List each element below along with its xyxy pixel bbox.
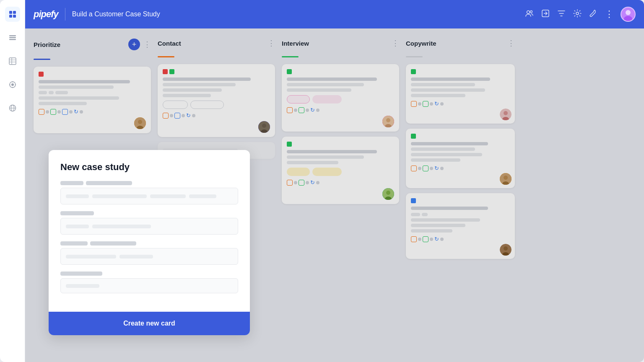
input-bar <box>150 194 186 198</box>
label-bar <box>60 211 94 215</box>
input-bar <box>92 225 151 228</box>
form-label-3 <box>60 241 238 246</box>
sidebar-item-list[interactable] <box>5 30 20 45</box>
svg-rect-1 <box>13 11 16 14</box>
form-input-2[interactable] <box>60 218 238 235</box>
import-icon[interactable] <box>541 9 550 20</box>
modal-footer[interactable]: Create new card <box>49 312 250 335</box>
sidebar-item-automation[interactable] <box>5 77 20 92</box>
modal-body: New case study <box>49 150 250 303</box>
input-bar <box>66 194 89 198</box>
input-bar <box>66 255 116 259</box>
form-label-4 <box>60 272 238 276</box>
page-title: Build a Customer Case Study <box>72 10 160 18</box>
form-field-1 <box>60 181 238 204</box>
new-card-modal: New case study <box>49 150 250 335</box>
create-card-button[interactable]: Create new card <box>123 320 175 327</box>
svg-rect-7 <box>9 58 16 65</box>
header-actions: ⋮ <box>525 7 636 22</box>
logo: pipefy Build a Customer Case Study <box>34 8 160 21</box>
form-input-1[interactable] <box>60 188 238 204</box>
form-label-2 <box>60 211 238 215</box>
pipefy-logo: pipefy <box>34 9 58 20</box>
settings-icon[interactable] <box>573 9 582 20</box>
label-bar <box>60 241 88 246</box>
form-field-4 <box>60 272 238 297</box>
wrench-icon[interactable] <box>589 9 598 20</box>
input-bar <box>119 255 153 259</box>
filter-icon[interactable] <box>557 9 566 20</box>
svg-rect-5 <box>9 37 16 39</box>
sidebar-item-table[interactable] <box>5 54 20 69</box>
svg-rect-3 <box>13 15 16 18</box>
label-bar <box>60 181 83 185</box>
input-bar <box>189 194 216 198</box>
form-label-1 <box>60 181 238 185</box>
form-field-3 <box>60 241 238 265</box>
sidebar-item-grid[interactable] <box>5 7 20 22</box>
modal-title: New case study <box>60 162 238 173</box>
users-icon[interactable] <box>525 9 534 20</box>
svg-rect-4 <box>9 35 16 36</box>
svg-point-20 <box>527 10 530 13</box>
form-input-3[interactable] <box>60 248 238 265</box>
svg-point-24 <box>576 12 579 15</box>
label-bar <box>60 272 102 276</box>
main-area: pipefy Build a Customer Case Study <box>25 0 644 362</box>
board-area: Prioritize + ⋮ <box>25 28 644 362</box>
header-user-avatar[interactable] <box>621 7 636 22</box>
svg-rect-0 <box>9 11 12 14</box>
sidebar <box>0 0 25 362</box>
svg-rect-2 <box>9 15 12 18</box>
form-input-4[interactable] <box>60 278 238 293</box>
svg-point-12 <box>11 83 14 86</box>
label-bar <box>86 181 132 185</box>
form-field-2 <box>60 211 238 235</box>
label-bar <box>90 241 136 246</box>
input-bar <box>66 225 89 228</box>
app-container: pipefy Build a Customer Case Study <box>0 0 644 362</box>
input-bar <box>66 284 99 288</box>
sidebar-item-globe[interactable] <box>5 101 20 116</box>
svg-rect-6 <box>9 39 16 40</box>
logo-text: pipefy <box>34 9 58 20</box>
header: pipefy Build a Customer Case Study <box>25 0 644 28</box>
header-more-icon[interactable]: ⋮ <box>605 9 614 20</box>
input-bar <box>92 194 147 198</box>
svg-point-21 <box>530 10 532 13</box>
